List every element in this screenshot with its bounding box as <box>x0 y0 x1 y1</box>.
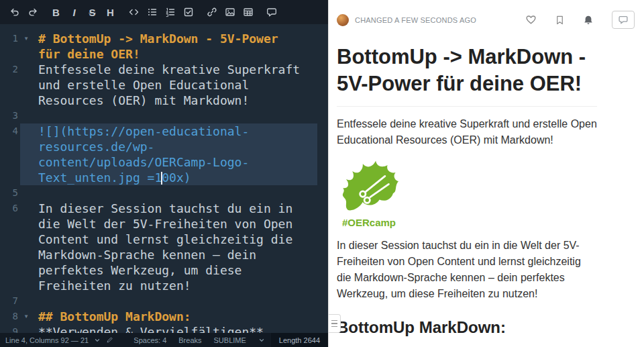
oercamp-logo: #OERcamp <box>337 159 401 228</box>
undo-button[interactable] <box>5 3 23 21</box>
undo-icon <box>9 7 20 17</box>
oercamp-logo-image <box>338 159 400 215</box>
notifications-button[interactable] <box>583 15 594 26</box>
editor-statusbar: Line 4, Columns 92 — 21 Spaces: 4 Breaks… <box>0 333 328 347</box>
ordered-list-icon <box>165 7 176 17</box>
fold-gutter <box>20 108 32 123</box>
avatar[interactable] <box>337 14 349 26</box>
table-icon <box>243 7 254 17</box>
code-text[interactable] <box>38 108 304 123</box>
comment-bubble-icon <box>618 15 629 25</box>
editor-line[interactable]: 5 <box>0 185 328 201</box>
keymap-setting[interactable]: SUBLIME <box>208 333 252 347</box>
spaces-setting[interactable]: Spaces: 4 <box>127 333 172 347</box>
preview-pane: CHANGED A FEW SECONDS AGO BottomUp -> Ma… <box>328 0 644 347</box>
code-text[interactable]: In dieser Session tauchst du ein in die … <box>38 201 304 293</box>
editor-line[interactable]: 3 <box>0 108 328 123</box>
redo-button[interactable] <box>23 3 42 21</box>
fold-chevron-icon[interactable]: ▾ <box>20 31 32 62</box>
open-comments-button[interactable] <box>612 11 635 29</box>
redo-icon <box>28 7 38 17</box>
check-list-icon <box>183 7 194 17</box>
bookmark-button[interactable] <box>555 15 565 26</box>
link-icon <box>207 7 217 17</box>
code-button[interactable] <box>125 3 143 21</box>
unordered-list-icon <box>147 7 158 17</box>
table-button[interactable] <box>239 3 257 21</box>
preview-title: BottomUp -> MarkDown - 5V-Power für dein… <box>337 44 597 107</box>
editor-line[interactable]: 1 ▾ # BottomUp -> MarkDown - 5V-Power fü… <box>0 31 328 62</box>
preview-subheading: BottomUp MarkDown: <box>337 318 597 337</box>
link-button[interactable] <box>203 3 221 21</box>
code-text[interactable] <box>38 293 304 309</box>
code-text[interactable]: Entfessele deine kreative Superkraft und… <box>38 62 304 108</box>
fold-gutter <box>20 185 32 201</box>
code-text[interactable]: **Verwenden & Vervielfältigen** <box>38 324 304 333</box>
fold-gutter <box>20 324 32 333</box>
image-icon <box>225 7 235 17</box>
cursor-position: Line 4, Columns 92 — 21 <box>5 336 89 344</box>
line-number: 8 <box>0 309 20 324</box>
italic-button[interactable]: I <box>65 3 83 21</box>
comment-icon <box>266 7 277 17</box>
code-text[interactable] <box>38 185 304 201</box>
line-number: 1 <box>0 31 20 62</box>
chevron-down-icon[interactable] <box>94 337 101 344</box>
heart-icon <box>525 14 537 26</box>
editor-toolbar: B I S H <box>0 0 328 24</box>
pane-resize-handle[interactable] <box>329 314 341 333</box>
linebreak-setting[interactable]: Breaks <box>172 333 207 347</box>
code-text-pre-cursor: ![](https://open-educational-resources.d… <box>38 124 249 185</box>
editor-line[interactable]: 2 Entfessele deine kreative Superkraft u… <box>0 62 328 108</box>
editor-line-active[interactable]: 4 ![](https://open-educational-resources… <box>0 123 328 185</box>
check-list-button[interactable] <box>179 3 197 21</box>
code-icon <box>128 7 140 17</box>
bookmark-icon <box>555 15 565 26</box>
like-button[interactable] <box>525 14 537 26</box>
editor-line[interactable]: 8 ▾ ## BottomUp MarkDown: <box>0 309 328 324</box>
oercamp-logo-caption: #OERcamp <box>337 217 401 228</box>
fold-gutter <box>20 293 32 309</box>
line-number: 6 <box>0 201 20 293</box>
fold-gutter <box>20 123 32 185</box>
line-number: 5 <box>0 185 20 201</box>
rendered-markdown: BottomUp -> MarkDown - 5V-Power für dein… <box>329 32 644 337</box>
code-text[interactable]: # BottomUp -> MarkDown - 5V-Power für de… <box>38 31 304 62</box>
ordered-list-button[interactable] <box>161 3 179 21</box>
fold-chevron-icon[interactable]: ▾ <box>20 309 32 324</box>
code-text[interactable]: ## BottomUp MarkDown: <box>38 309 304 324</box>
fold-gutter <box>20 201 32 293</box>
edit-pencil-icon[interactable] <box>106 336 113 344</box>
editor-line[interactable]: 7 <box>0 293 328 309</box>
app: B I S H <box>0 0 644 347</box>
preview-paragraph: Entfessele deine kreative Superkraft und… <box>337 116 597 148</box>
chevron-down-icon[interactable] <box>252 333 271 347</box>
line-number: 9 <box>0 324 20 333</box>
code-text-post-cursor: 00x) <box>162 170 191 185</box>
fold-gutter <box>20 62 32 108</box>
image-button[interactable] <box>221 3 239 21</box>
unordered-list-button[interactable] <box>143 3 161 21</box>
line-number: 3 <box>0 108 20 123</box>
editor-line[interactable]: 6 In dieser Session tauchst du ein in di… <box>0 201 328 293</box>
editor-line[interactable]: 9 **Verwenden & Vervielfältigen** <box>0 324 328 333</box>
bold-button[interactable]: B <box>47 3 65 21</box>
heading-button[interactable]: H <box>101 3 119 21</box>
code-editor[interactable]: 1 ▾ # BottomUp -> MarkDown - 5V-Power fü… <box>0 24 328 333</box>
code-text[interactable]: ![](https://open-educational-resources.d… <box>38 123 304 185</box>
line-number: 7 <box>0 293 20 309</box>
comment-button[interactable] <box>262 3 280 21</box>
bell-icon <box>583 15 594 26</box>
line-number: 4 <box>0 123 20 185</box>
last-changed-label: CHANGED A FEW SECONDS AGO <box>355 16 476 24</box>
editor-pane: B I S H <box>0 0 328 347</box>
preview-header: CHANGED A FEW SECONDS AGO <box>329 0 644 32</box>
preview-paragraph: In dieser Session tauchst du ein in die … <box>337 238 597 302</box>
strikethrough-button[interactable]: S <box>83 3 101 21</box>
document-length: Length 2644 <box>271 333 328 347</box>
line-number: 2 <box>0 62 20 108</box>
